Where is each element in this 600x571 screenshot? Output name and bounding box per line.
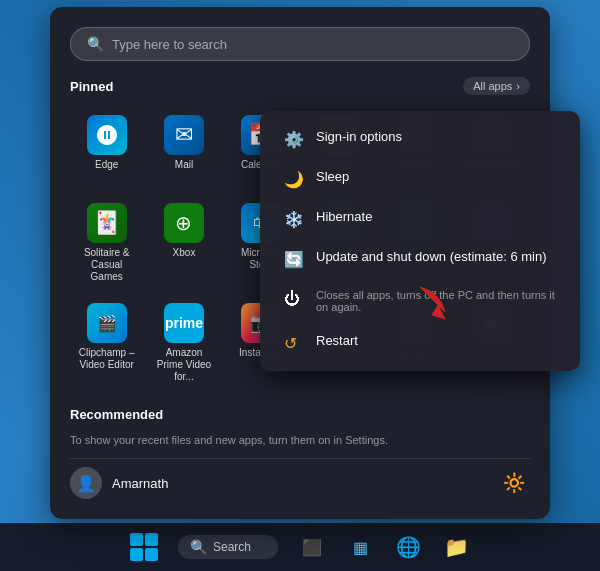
- solitaire-label: Solitaire & Casual Games: [74, 247, 139, 283]
- power-button[interactable]: 🔆: [498, 467, 530, 499]
- hibernate-item[interactable]: ❄️ Hibernate: [264, 199, 576, 239]
- xbox-icon: ⊕: [164, 203, 204, 243]
- taskbar-widgets-button[interactable]: ▦: [338, 529, 382, 565]
- update-shutdown-item[interactable]: 🔄 Update and shut down (estimate: 6 min): [264, 239, 576, 279]
- app-solitaire[interactable]: 🃏 Solitaire & Casual Games: [70, 195, 143, 291]
- hibernate-content: Hibernate: [316, 209, 556, 224]
- mail-icon: ✉: [164, 115, 204, 155]
- update-shutdown-icon: 🔄: [284, 250, 304, 269]
- taskbar-start-button[interactable]: [122, 529, 166, 565]
- user-info[interactable]: 👤 Amarnath: [70, 467, 168, 499]
- sign-in-options-item[interactable]: ⚙️ Sign-in options: [264, 119, 576, 159]
- chrome-icon: 🌐: [394, 533, 422, 561]
- restart-label: Restart: [316, 333, 556, 348]
- files-icon: 📁: [442, 533, 470, 561]
- prime-icon: prime: [164, 303, 204, 343]
- sign-in-options-label: Sign-in options: [316, 129, 556, 144]
- user-area: 👤 Amarnath 🔆: [70, 458, 530, 499]
- search-placeholder: Type here to search: [112, 37, 227, 52]
- taskbar-chrome-button[interactable]: 🌐: [386, 529, 430, 565]
- recommended-section: Recommended To show your recent files an…: [70, 407, 530, 446]
- arrow-indicator: [410, 277, 460, 331]
- app-xbox[interactable]: ⊕ Xbox: [147, 195, 220, 291]
- app-edge[interactable]: Edge: [70, 107, 143, 191]
- clipchamp-label: Clipchamp – Video Editor: [74, 347, 139, 371]
- task-view-icon: ⬛: [298, 533, 326, 561]
- all-apps-button[interactable]: All apps ›: [463, 77, 530, 95]
- app-mail[interactable]: ✉ Mail: [147, 107, 220, 191]
- recommended-description: To show your recent files and new apps, …: [70, 434, 530, 446]
- user-name: Amarnath: [112, 476, 168, 491]
- edge-label: Edge: [95, 159, 118, 171]
- desktop: 🔍 Type here to search Pinned All apps › …: [0, 0, 600, 571]
- mail-label: Mail: [175, 159, 193, 171]
- taskbar-search-icon: 🔍: [190, 539, 207, 555]
- power-menu: ⚙️ Sign-in options 🌙 Sleep ❄️ Hibernate …: [260, 111, 580, 371]
- prime-label: Amazon Prime Video for...: [151, 347, 216, 383]
- hibernate-label: Hibernate: [316, 209, 556, 224]
- taskbar-search-button[interactable]: 🔍 Search: [170, 531, 286, 563]
- pinned-section-header: Pinned All apps ›: [70, 77, 530, 95]
- edge-icon: [87, 115, 127, 155]
- sleep-item[interactable]: 🌙 Sleep: [264, 159, 576, 199]
- restart-content: Restart: [316, 333, 556, 348]
- recommended-header: Recommended: [70, 407, 530, 422]
- start-search-bar[interactable]: 🔍 Type here to search: [70, 27, 530, 61]
- taskbar-search-label: Search: [213, 540, 251, 554]
- recommended-label: Recommended: [70, 407, 163, 422]
- taskbar-files-button[interactable]: 📁: [434, 529, 478, 565]
- update-shutdown-label: Update and shut down (estimate: 6 min): [316, 249, 556, 264]
- taskbar: 🔍 Search ⬛ ▦ 🌐 📁: [0, 523, 600, 571]
- sign-in-options-content: Sign-in options: [316, 129, 556, 144]
- taskbar-search-bar[interactable]: 🔍 Search: [178, 535, 278, 559]
- search-icon: 🔍: [87, 36, 104, 52]
- sign-in-icon: ⚙️: [284, 130, 304, 149]
- sleep-icon: 🌙: [284, 170, 304, 189]
- xbox-label: Xbox: [173, 247, 196, 259]
- restart-icon: ↺: [284, 334, 304, 353]
- windows-logo-icon: [130, 533, 158, 561]
- sleep-label: Sleep: [316, 169, 556, 184]
- pinned-label: Pinned: [70, 79, 113, 94]
- shutdown-icon: ⏻: [284, 290, 304, 308]
- clipchamp-icon: 🎬: [87, 303, 127, 343]
- app-prime[interactable]: prime Amazon Prime Video for...: [147, 295, 220, 391]
- sleep-content: Sleep: [316, 169, 556, 184]
- update-shutdown-content: Update and shut down (estimate: 6 min): [316, 249, 556, 264]
- user-avatar: 👤: [70, 467, 102, 499]
- taskbar-task-view-button[interactable]: ⬛: [290, 529, 334, 565]
- widgets-icon: ▦: [346, 533, 374, 561]
- taskbar-center: 🔍 Search ⬛ ▦ 🌐 📁: [122, 529, 478, 565]
- solitaire-icon: 🃏: [87, 203, 127, 243]
- all-apps-label: All apps: [473, 80, 512, 92]
- app-clipchamp[interactable]: 🎬 Clipchamp – Video Editor: [70, 295, 143, 391]
- hibernate-icon: ❄️: [284, 210, 304, 229]
- chevron-right-icon: ›: [516, 80, 520, 92]
